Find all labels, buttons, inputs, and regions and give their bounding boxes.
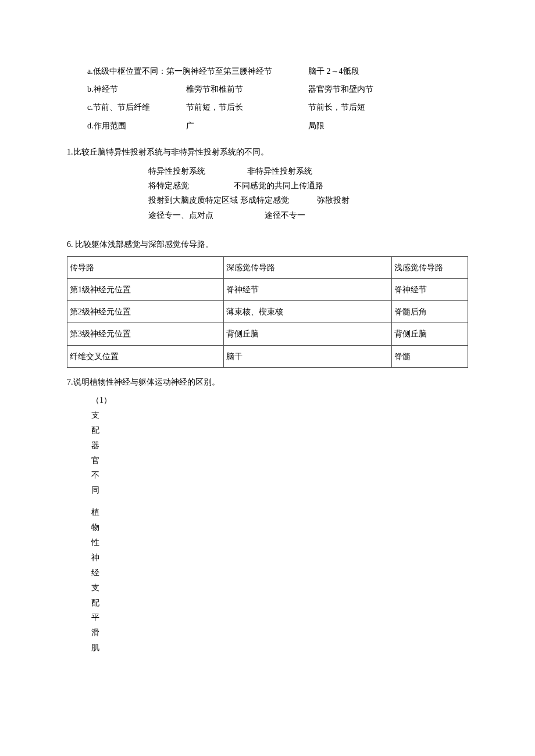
- table-cell: 脊神经节: [223, 279, 391, 301]
- row-b-label: b.神经节: [87, 82, 186, 96]
- q1-row: 投射到大脑皮质特定区域 形成特定感觉 弥散投射: [148, 193, 468, 207]
- q1-cell: 将特定感觉: [148, 178, 234, 193]
- q1-heading: 1.比较丘脑特异性投射系统与非特异性投射系统的不同。: [67, 145, 468, 159]
- q6-table: 传导路 深感觉传导路 浅感觉传导路 第1级神经元位置 脊神经节 脊神经节 第2级…: [67, 256, 468, 368]
- table-cell: 深感觉传导路: [223, 256, 391, 278]
- table-cell: 背侧丘脑: [223, 323, 391, 345]
- table-cell: 第1级神经元位置: [67, 279, 224, 301]
- table-cell: 脊髓后角: [392, 301, 468, 323]
- abcd-row: a.低级中枢位置不同：第一胸神经节至第三腰神经节 脑干 2～4骶段: [87, 64, 468, 78]
- q1-cell: 特异性投射系统: [148, 164, 247, 178]
- q1-cell: 途径专一、点对点: [148, 208, 265, 223]
- q7-vertical-text-2: 植物性神经支配平滑肌: [91, 505, 100, 655]
- table-row: 第3级神经元位置 背侧丘脑 背侧丘脑: [67, 323, 468, 345]
- table-cell: 第3级神经元位置: [67, 323, 224, 345]
- row-b-c2: 椎旁节和椎前节: [186, 82, 308, 96]
- table-row: 第1级神经元位置 脊神经节 脊神经节: [67, 279, 468, 301]
- q7-vertical-text-1: （1）支配器官不同: [91, 393, 100, 498]
- row-a-label-and-col2: a.低级中枢位置不同：第一胸神经节至第三腰神经节: [87, 64, 308, 78]
- table-cell: 纤维交叉位置: [67, 345, 224, 367]
- q6-heading: 6. 比较躯体浅部感觉与深部感觉传导路。: [67, 237, 468, 252]
- row-a-label: a.低级中枢位置不同：: [87, 67, 166, 76]
- table-cell: 薄束核、楔束核: [223, 301, 391, 323]
- row-c-label: c.节前、节后纤维: [87, 100, 186, 114]
- table-cell: 浅感觉传导路: [392, 256, 468, 278]
- abcd-row: d.作用范围 广 局限: [87, 119, 468, 133]
- table-cell: 脑干: [223, 345, 391, 367]
- row-d-c3: 局限: [308, 119, 468, 133]
- table-cell: 背侧丘脑: [392, 323, 468, 345]
- row-a-c2: 第一胸神经节至第三腰神经节: [166, 67, 272, 76]
- abcd-row: b.神经节 椎旁节和椎前节 器官旁节和壁内节: [87, 82, 468, 96]
- row-c-c2: 节前短，节后长: [186, 100, 308, 114]
- q1-cell: 投射到大脑皮质特定区域 形成特定感觉: [148, 193, 317, 207]
- q7-heading: 7.说明植物性神经与躯体运动神经的区别。: [67, 375, 468, 389]
- abcd-row: c.节前、节后纤维 节前短，节后长 节前长，节后短: [87, 100, 468, 114]
- q1-comparison-block: 特异性投射系统 非特异性投射系统 将特定感觉 不同感觉的共同上传通路 投射到大脑…: [148, 164, 468, 223]
- table-cell: 脊髓: [392, 345, 468, 367]
- table-cell: 第2级神经元位置: [67, 301, 224, 323]
- table-cell: 传导路: [67, 256, 224, 278]
- q1-row: 特异性投射系统 非特异性投射系统: [148, 164, 468, 178]
- q1-cell: 不同感觉的共同上传通路: [234, 178, 468, 193]
- row-b-c3: 器官旁节和壁内节: [308, 82, 468, 96]
- q1-cell: 非特异性投射系统: [247, 164, 468, 178]
- q1-row: 将特定感觉 不同感觉的共同上传通路: [148, 178, 468, 193]
- q1-cell: 途径不专一: [265, 208, 468, 223]
- row-d-c2: 广: [186, 119, 308, 133]
- abcd-comparison-list: a.低级中枢位置不同：第一胸神经节至第三腰神经节 脑干 2～4骶段 b.神经节 …: [87, 64, 468, 133]
- table-row: 传导路 深感觉传导路 浅感觉传导路: [67, 256, 468, 278]
- row-c-c3: 节前长，节后短: [308, 100, 468, 114]
- q1-row: 途径专一、点对点 途径不专一: [148, 208, 468, 223]
- vertical-gap: [67, 498, 468, 505]
- row-d-label: d.作用范围: [87, 119, 186, 133]
- q6-table-wrap: 传导路 深感觉传导路 浅感觉传导路 第1级神经元位置 脊神经节 脊神经节 第2级…: [67, 256, 468, 368]
- row-a-c3: 脑干 2～4骶段: [308, 64, 468, 78]
- table-row: 纤维交叉位置 脑干 脊髓: [67, 345, 468, 367]
- table-row: 第2级神经元位置 薄束核、楔束核 脊髓后角: [67, 301, 468, 323]
- q1-cell: 弥散投射: [317, 193, 468, 207]
- table-cell: 脊神经节: [392, 279, 468, 301]
